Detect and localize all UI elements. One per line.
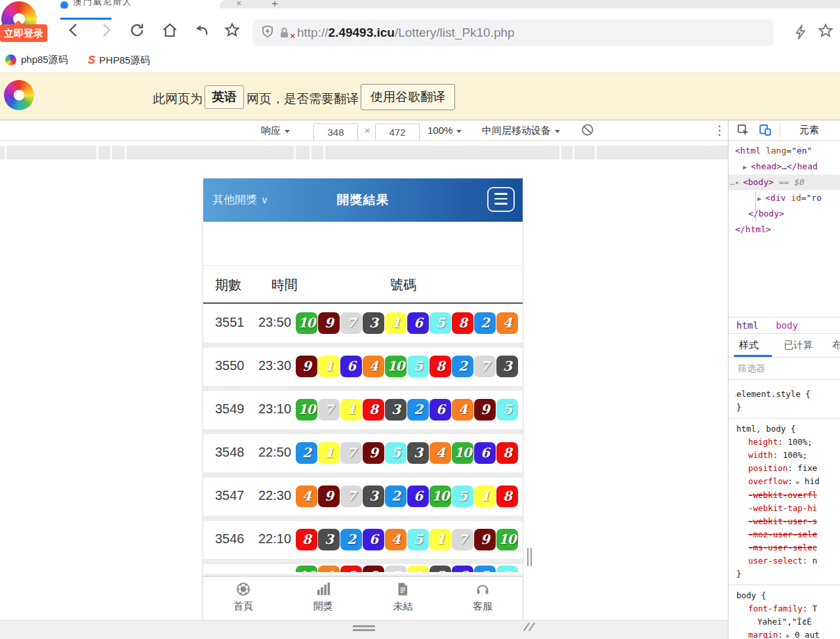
- casino-chip-icon: [235, 581, 251, 600]
- media-query-bar[interactable]: [0, 146, 728, 159]
- dom-tree-node[interactable]: </body>: [729, 206, 840, 222]
- nav-item-open[interactable]: 未結: [363, 577, 443, 617]
- lottery-ball: 2: [296, 442, 317, 464]
- nav-item-results[interactable]: 開獎: [283, 577, 363, 617]
- hamburger-menu-icon[interactable]: [487, 187, 515, 212]
- back-icon[interactable]: [66, 22, 83, 39]
- lottery-ball: 10: [430, 485, 451, 507]
- new-tab-button[interactable]: +: [271, 0, 278, 9]
- ball-list: 10718326495: [296, 399, 518, 421]
- lottery-ball: 2: [340, 529, 362, 550]
- bar-chart-icon: [315, 581, 331, 600]
- tab-title[interactable]: 澳門威尼斯人: [73, 0, 132, 8]
- responsive-mode-dropdown[interactable]: 响应: [261, 125, 290, 137]
- media-bar-separator: [294, 146, 296, 159]
- tab-close-icon[interactable]: ×: [236, 0, 241, 9]
- bookmark-favicon-icon: S: [88, 54, 95, 67]
- media-bar-separator: [572, 146, 574, 159]
- css-selector[interactable]: element.style {: [729, 388, 840, 401]
- css-declaration[interactable]: width: 100%;: [729, 449, 840, 462]
- login-badge[interactable]: 立即登录: [0, 24, 47, 42]
- css-declaration[interactable]: -moz-user-sele: [729, 528, 840, 541]
- bookmark-star-icon[interactable]: [224, 22, 241, 39]
- css-declaration[interactable]: height: 100%;: [729, 436, 840, 449]
- css-selector[interactable]: html, body {: [729, 423, 840, 436]
- css-declaration[interactable]: ⚠-webkit-overfl: [729, 489, 840, 502]
- lottery-ball: 9: [363, 566, 384, 572]
- shield-plus-icon[interactable]: [260, 24, 275, 41]
- css-declaration[interactable]: user-select: n: [729, 554, 840, 567]
- url-scheme: http://: [297, 26, 329, 39]
- tab-styles[interactable]: 样式: [739, 339, 759, 352]
- lottery-ball: 6: [430, 399, 451, 421]
- lottery-ball: 7: [452, 529, 473, 550]
- more-options-kebab-icon[interactable]: ⋮: [713, 123, 726, 138]
- favorite-star-icon[interactable]: [817, 22, 834, 39]
- css-declaration[interactable]: margin: ▶ 0 aut: [729, 629, 840, 639]
- css-declaration[interactable]: -ms-user-selec: [729, 541, 840, 554]
- dom-tree-node[interactable]: <html lang="en": [729, 143, 840, 159]
- lottery-ball: 6: [340, 356, 362, 377]
- device-type-dropdown[interactable]: 中间层移动设备: [482, 125, 560, 137]
- nav-item-service[interactable]: 客服: [443, 577, 523, 617]
- css-selector[interactable]: }: [729, 401, 840, 414]
- css-declaration[interactable]: -webkit-tap-hi: [729, 502, 840, 515]
- address-bar[interactable]: × http://2.49493.icu/Lottery/list_Pk10.p…: [252, 20, 774, 46]
- lottery-ball: 5: [452, 485, 473, 507]
- css-selector[interactable]: }: [729, 567, 840, 581]
- lottery-ball: 6: [407, 485, 429, 507]
- bookmark-item[interactable]: S PHP85源码: [88, 54, 150, 67]
- nav-item-home[interactable]: 首頁: [203, 577, 283, 617]
- table-row: 354622:1083264517910: [203, 521, 523, 559]
- device-emulation-toolbar: 响应 × 100% 中间层移动设备 ⋮: [0, 121, 728, 140]
- lottery-ball: 3: [430, 566, 451, 572]
- lottery-ball: 8: [496, 485, 518, 507]
- css-declaration[interactable]: overflow: ▶ hid: [729, 475, 840, 489]
- dom-tree-node[interactable]: …▾ <body> == $0: [729, 175, 840, 190]
- language-box[interactable]: 英语: [205, 85, 244, 109]
- lottery-ball: 8: [496, 442, 518, 464]
- dom-tree-node[interactable]: ▶ <head>…</head: [729, 159, 840, 175]
- lightning-icon[interactable]: [792, 24, 809, 41]
- navigation-bar: 立即登录 × http://2.49493.icu/Lottery/list_P…: [0, 9, 840, 51]
- breadcrumb-body[interactable]: body: [776, 320, 798, 331]
- resize-handle-right[interactable]: [527, 548, 534, 566]
- bookmark-label: php85源码: [21, 54, 68, 66]
- home-icon[interactable]: [161, 22, 178, 39]
- dom-tree-node[interactable]: ▶ <div id="ro: [729, 190, 840, 206]
- lottery-rows: 355123:5010973165824355023:3091641058273…: [203, 304, 523, 564]
- css-selector[interactable]: body {: [729, 589, 840, 602]
- reload-icon[interactable]: [129, 22, 146, 39]
- throttle-icon[interactable]: [581, 123, 594, 138]
- device-mode-icon[interactable]: [759, 123, 772, 139]
- lottery-ball: 1: [430, 529, 451, 550]
- ball-list: 49732610518: [296, 485, 518, 507]
- lottery-ball: 4: [296, 485, 317, 507]
- styles-filter[interactable]: 筛选器: [729, 358, 840, 380]
- css-declaration[interactable]: font-family: T: [729, 602, 840, 615]
- url-text[interactable]: http://2.49493.icu/Lottery/list_Pk10.php: [297, 26, 515, 40]
- css-value-continuation[interactable]: Yahei","Î¢È: [729, 615, 840, 629]
- google-translate-button[interactable]: 使用谷歌翻译: [361, 84, 455, 110]
- breadcrumb-html[interactable]: html: [736, 320, 759, 331]
- dom-tree-node[interactable]: </html>: [729, 222, 840, 237]
- media-bar-separator: [96, 146, 98, 159]
- forward-icon[interactable]: [97, 22, 114, 39]
- undo-icon[interactable]: [193, 22, 210, 39]
- tab-computed[interactable]: 已计算: [784, 339, 813, 352]
- insecure-lock-icon[interactable]: ×: [277, 26, 292, 40]
- inspect-element-icon[interactable]: [736, 123, 750, 139]
- css-declaration[interactable]: position: fixe: [729, 462, 840, 475]
- viewport-height-input[interactable]: [375, 123, 420, 141]
- resize-handle-bottom[interactable]: [353, 625, 375, 633]
- viewport-width-input[interactable]: [313, 123, 358, 141]
- resize-handle-corner[interactable]: [522, 622, 536, 632]
- bookmark-item[interactable]: php85源码: [5, 54, 68, 66]
- bottom-nav: 首頁開獎未結客服: [203, 576, 523, 617]
- tab-elements[interactable]: 元素: [799, 124, 819, 136]
- tab-layout[interactable]: 布局: [832, 339, 840, 352]
- zoom-dropdown[interactable]: 100%: [428, 125, 462, 136]
- css-declaration[interactable]: -webkit-user-s: [729, 515, 840, 528]
- lottery-ball: 2: [407, 399, 429, 421]
- table-header: 期數 時間 號碼: [203, 266, 523, 304]
